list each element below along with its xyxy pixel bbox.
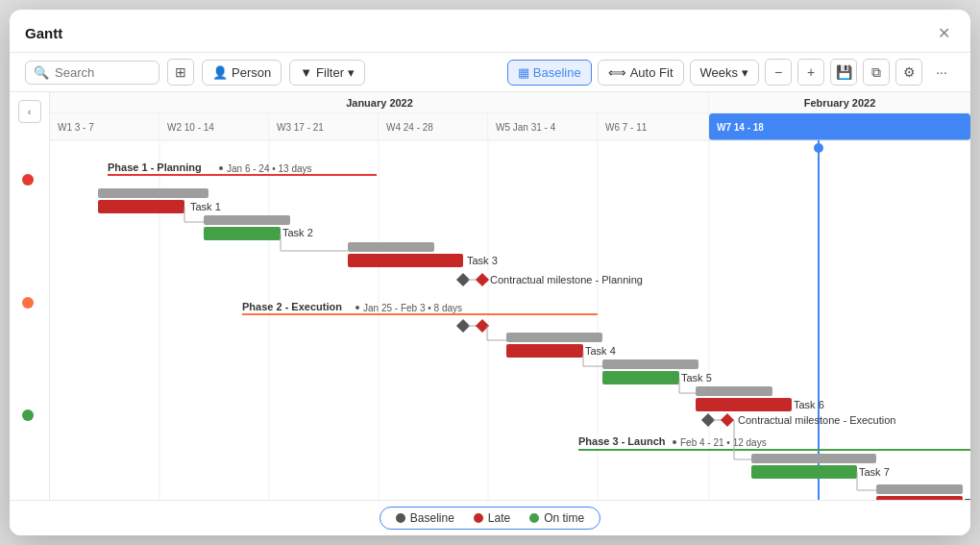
search-box: 🔍	[25, 61, 159, 85]
ontime-legend-label: On time	[544, 511, 584, 525]
phase3-dot	[22, 409, 34, 421]
phase2-dot	[22, 297, 34, 309]
task8-label: Task 8	[965, 497, 970, 500]
search-input[interactable]	[55, 65, 151, 80]
person-icon: 👤	[212, 65, 228, 80]
task2-bar	[204, 227, 281, 240]
baseline-dot	[396, 513, 405, 523]
milestone2-bar	[721, 413, 734, 427]
title-bar: Gantt ✕	[10, 10, 970, 53]
week6-label: W6 7 - 11	[605, 122, 648, 133]
left-panel: ‹	[10, 92, 50, 500]
zoom-out-button[interactable]: −	[765, 59, 792, 86]
task4-bar	[506, 344, 583, 358]
phase3-label: Phase 3 - Launch	[578, 435, 666, 447]
legend: Baseline Late On time	[10, 500, 970, 535]
week2-label: W2 10 - 14	[167, 122, 214, 133]
baseline-legend-label: Baseline	[410, 511, 454, 525]
task6-baseline	[696, 386, 772, 396]
task7-bar	[751, 465, 857, 479]
copy-icon-button[interactable]: ⧉	[863, 59, 890, 86]
task2-baseline	[204, 215, 290, 225]
collapse-button[interactable]: ‹	[18, 100, 41, 123]
settings-icon-button[interactable]: ⚙	[895, 59, 922, 86]
ontime-dot	[529, 513, 539, 523]
task5-label: Task 5	[681, 372, 712, 384]
late-dot	[474, 513, 483, 523]
task5-baseline	[602, 359, 698, 369]
svg-point-28	[219, 166, 223, 170]
phase1-dot	[22, 174, 34, 186]
main-window: Gantt ✕ 🔍 ⊞ 👤 Person ▼ Filter ▾ ▦ Ba	[10, 10, 970, 535]
svg-point-27	[814, 143, 823, 153]
svg-point-45	[673, 440, 676, 444]
save-icon-button[interactable]: 💾	[830, 59, 857, 86]
month-jan: January 2022	[346, 97, 413, 109]
task4-baseline	[506, 333, 602, 342]
task1-baseline	[98, 188, 208, 198]
toolbar: 🔍 ⊞ 👤 Person ▼ Filter ▾ ▦ Baseline ⟺ Aut…	[10, 53, 970, 92]
person-button[interactable]: 👤 Person	[202, 60, 282, 86]
task3-bar	[348, 254, 463, 267]
main-content: ‹ January 2022 February 2022	[10, 92, 970, 500]
month-feb: February 2022	[804, 97, 876, 109]
filter-icon: ▼	[300, 65, 312, 80]
task6-label: Task 6	[794, 399, 824, 410]
filter-button[interactable]: ▼ Filter ▾	[289, 60, 365, 86]
milestone1-label: Contractual milestone - Planning	[490, 274, 643, 285]
phase1-detail: Jan 6 - 24 • 13 days	[227, 163, 312, 174]
phase2-detail: Jan 25 - Feb 3 • 8 days	[363, 303, 462, 313]
task7-baseline	[751, 454, 876, 463]
week1-label: W1 3 - 7	[58, 122, 94, 133]
week5-label: W5 Jan 31 - 4	[496, 122, 556, 133]
milestone1-baseline	[456, 273, 470, 286]
task4-milestone-baseline	[456, 319, 470, 333]
zoom-in-button[interactable]: +	[797, 59, 824, 86]
legend-late: Late	[474, 511, 510, 525]
baseline-icon: ▦	[518, 65, 529, 80]
week7-label: W7 14 - 18	[717, 122, 764, 133]
autofit-icon: ⟺	[608, 65, 626, 80]
close-button[interactable]: ✕	[932, 21, 955, 44]
task1-label: Task 1	[190, 201, 221, 212]
legend-box: Baseline Late On time	[380, 507, 600, 530]
weeks-button[interactable]: Weeks ▾	[690, 60, 760, 86]
autofit-button[interactable]: ⟺ Auto Fit	[598, 60, 684, 86]
chevron-down-icon: ▾	[348, 65, 355, 80]
task5-bar	[602, 371, 679, 384]
task8-baseline	[876, 484, 963, 494]
milestone2-baseline	[701, 413, 715, 427]
phase2-label: Phase 2 - Execution	[242, 301, 342, 312]
task3-baseline	[348, 242, 434, 252]
phase3-detail: Feb 4 - 21 • 12 days	[680, 437, 767, 448]
task4-label: Task 4	[585, 345, 616, 357]
task2-label: Task 2	[282, 227, 313, 238]
task8-bar	[876, 496, 963, 500]
task1-bar	[98, 200, 184, 213]
milestone1-bar	[476, 273, 489, 286]
task3-label: Task 3	[467, 255, 498, 266]
gantt-area: January 2022 February 2022 W1 3 - 7 W2 1…	[50, 92, 970, 500]
task6-bar	[696, 398, 792, 411]
more-button[interactable]: ···	[928, 59, 955, 86]
milestone2-label: Contractual milestone - Execution	[738, 414, 895, 426]
week3-label: W3 17 - 21	[277, 122, 324, 133]
search-icon: 🔍	[34, 65, 49, 80]
layout-icon-button[interactable]: ⊞	[167, 59, 194, 86]
baseline-button[interactable]: ▦ Baseline	[507, 60, 592, 86]
week4-label: W4 24 - 28	[386, 122, 433, 133]
phase1-label: Phase 1 - Planning	[108, 161, 202, 173]
legend-baseline: Baseline	[396, 511, 454, 525]
task7-label: Task 7	[859, 466, 890, 478]
svg-point-35	[355, 306, 359, 310]
chevron-down-icon: ▾	[742, 65, 748, 80]
gantt-chart: January 2022 February 2022 W1 3 - 7 W2 1…	[50, 92, 970, 500]
window-title: Gantt	[25, 25, 62, 41]
legend-ontime: On time	[529, 511, 584, 525]
late-legend-label: Late	[488, 511, 510, 525]
